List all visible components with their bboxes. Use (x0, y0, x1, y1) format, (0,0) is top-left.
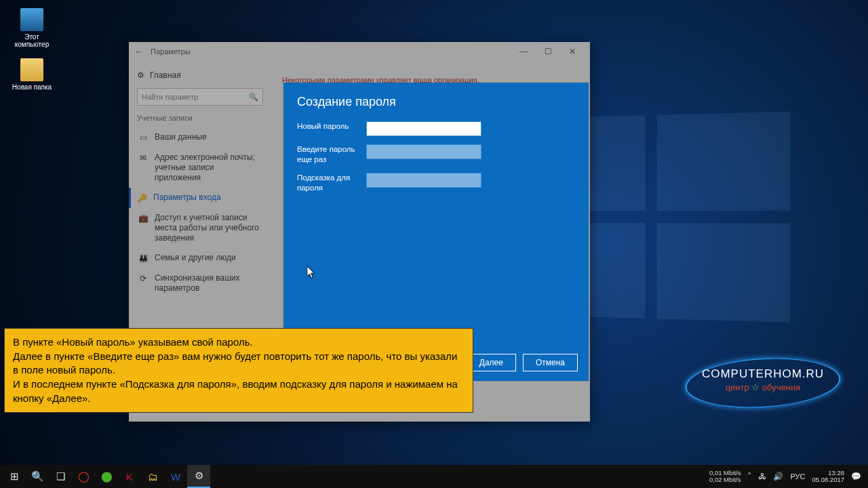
back-button[interactable]: ← (134, 46, 144, 57)
repeat-password-input[interactable] (366, 144, 481, 159)
system-tray: 0,01 Mbit/s0,02 Mbit/s ˄ 🖧 🔊 РУС 13:2805… (709, 470, 865, 484)
sidebar-item-label: Семья и другие люди (155, 253, 236, 263)
close-button[interactable]: ✕ (560, 47, 585, 56)
folder-icon (20, 58, 43, 81)
start-button[interactable]: ⊞ (3, 465, 26, 488)
next-button[interactable]: Далее (467, 354, 516, 371)
titlebar: ← Параметры — ☐ ✕ (129, 42, 590, 61)
desktop-icon-new-folder[interactable]: Новая папка (8, 58, 56, 91)
sidebar-home[interactable]: ⚙ Главная (137, 66, 263, 84)
pc-icon (20, 8, 43, 31)
desktop-icon-label: Этот компьютер (8, 33, 56, 48)
search-button[interactable]: 🔍 (26, 465, 49, 488)
tray-network-icon[interactable]: 🖧 (758, 472, 766, 481)
sidebar-item-your-info[interactable]: ▭ Ваши данные (137, 127, 263, 148)
mouse-cursor (307, 266, 315, 279)
tutorial-caption: В пункте «Новый пароль» указываем свой п… (4, 328, 473, 413)
sidebar-item-label: Параметры входа (153, 192, 221, 203)
star-icon: ☆ (751, 382, 760, 392)
maximize-button[interactable]: ☐ (536, 47, 560, 56)
new-password-label: Новый пароль (297, 121, 358, 131)
taskview-button[interactable]: ❏ (49, 465, 72, 488)
sidebar-category: Учетные записи (137, 114, 263, 122)
gear-icon: ⚙ (137, 70, 144, 80)
taskbar: ⊞ 🔍 ❏ ◯ ⬤ K 🗂 W ⚙ 0,01 Mbit/s0,02 Mbit/s… (0, 465, 868, 488)
sidebar-item-work-access[interactable]: 💼 Доступ к учетной записи места работы и… (137, 208, 263, 248)
tray-clock[interactable]: 13:2805.08.2017 (812, 470, 844, 484)
sidebar-item-label: Адрес электронной почты; учетные записи … (155, 152, 262, 183)
minimize-button[interactable]: — (511, 47, 536, 56)
desktop-icon-this-pc[interactable]: Этот компьютер (8, 8, 56, 48)
taskbar-app-utorrent[interactable]: ⬤ (95, 465, 118, 488)
search-input[interactable]: Найти параметр 🔍 (137, 88, 263, 106)
sidebar-item-label: Синхронизация ваших параметров (155, 273, 262, 293)
sidebar-item-email-accounts[interactable]: ✉ Адрес электронной почты; учетные запис… (137, 148, 263, 188)
tray-language[interactable]: РУС (790, 472, 805, 481)
caption-line: Далее в пункте «Введите еще раз» вам нуж… (13, 350, 465, 378)
taskbar-app-explorer[interactable]: 🗂 (141, 465, 164, 488)
settings-sidebar: ⚙ Главная Найти параметр 🔍 Учетные запис… (129, 61, 271, 304)
sidebar-item-family[interactable]: 👪 Семья и другие люди (137, 248, 263, 268)
mail-icon: ✉ (138, 153, 148, 163)
taskbar-app-yandex[interactable]: ◯ (72, 465, 95, 488)
watermark-line2: центр ☆ обучения (685, 382, 841, 392)
person-card-icon: ▭ (138, 133, 148, 143)
cancel-button[interactable]: Отмена (523, 354, 578, 371)
people-icon: 👪 (138, 253, 148, 264)
hint-label: Подсказка для пароля (297, 173, 358, 193)
taskbar-app-kaspersky[interactable]: K (118, 465, 141, 488)
new-password-input[interactable] (366, 121, 481, 136)
caption-line: В пункте «Новый пароль» указываем свой п… (13, 336, 465, 350)
watermark-logo: COMPUTERHOM.RU центр ☆ обучения (685, 339, 841, 427)
taskbar-app-word[interactable]: W (164, 465, 187, 488)
taskbar-app-settings[interactable]: ⚙ (187, 465, 210, 488)
key-icon: 🔑 (137, 193, 146, 203)
sidebar-item-label: Ваши данные (155, 132, 207, 142)
desktop-icon-label: Новая папка (8, 83, 56, 91)
window-title: Параметры (151, 47, 191, 56)
watermark-line1: COMPUTERHOM.RU (685, 367, 841, 381)
search-icon: 🔍 (249, 93, 258, 102)
sidebar-item-sync[interactable]: ⟳ Синхронизация ваших параметров (137, 268, 263, 298)
dialog-title: Создание пароля (283, 83, 589, 117)
search-placeholder: Найти параметр (142, 93, 198, 101)
sidebar-item-label: Доступ к учетной записи места работы или… (155, 213, 262, 243)
tray-chevron-up-icon[interactable]: ˄ (747, 472, 751, 481)
tray-volume-icon[interactable]: 🔊 (773, 472, 783, 481)
caption-line: И в последнем пункте «Подсказка для паро… (13, 378, 465, 405)
tray-notifications-icon[interactable]: 💬 (851, 472, 861, 481)
repeat-password-label: Введите пароль еще раз (297, 144, 358, 165)
sync-icon: ⟳ (138, 274, 148, 284)
network-speed: 0,01 Mbit/s0,02 Mbit/s (709, 470, 741, 484)
briefcase-icon: 💼 (138, 214, 148, 224)
password-hint-input[interactable] (366, 173, 481, 188)
sidebar-item-signin-options[interactable]: 🔑 Параметры входа (129, 188, 263, 208)
sidebar-home-label: Главная (150, 70, 181, 80)
